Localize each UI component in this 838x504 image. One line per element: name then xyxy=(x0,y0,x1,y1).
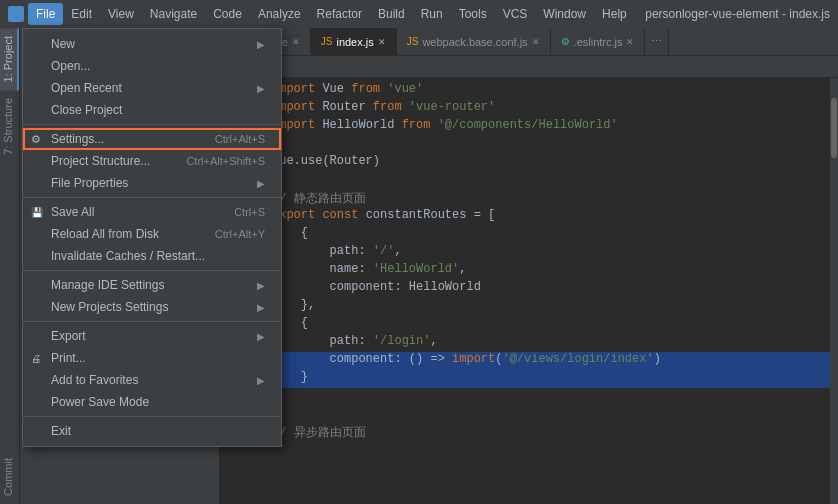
code-line-12: 12 component: HelloWorld xyxy=(220,280,830,298)
menu-item-label: Invalidate Caches / Restart... xyxy=(51,249,205,263)
tab-close-icon[interactable]: ✕ xyxy=(626,37,634,47)
code-line-6: 6 xyxy=(220,172,830,190)
menu-run[interactable]: Run xyxy=(413,3,451,25)
side-tabs: 1: Project 7: Structure Commit xyxy=(0,28,20,504)
code-line-18: 18 ] xyxy=(220,388,830,406)
menu-item-label: Open... xyxy=(51,59,90,73)
code-line-17: 17 } xyxy=(220,370,830,388)
menu-help[interactable]: Help xyxy=(594,3,635,25)
menu-item-label: Save All xyxy=(51,205,94,219)
menu-item-label: New xyxy=(51,37,75,51)
code-line-9: 9 { xyxy=(220,226,830,244)
menu-analyze[interactable]: Analyze xyxy=(250,3,309,25)
tab-close-icon[interactable]: ✕ xyxy=(292,37,300,47)
separator xyxy=(23,416,281,417)
menu-file[interactable]: File xyxy=(28,3,63,25)
menu-item-power-save[interactable]: Power Save Mode xyxy=(23,391,281,413)
code-line-15: 15 path: '/login', xyxy=(220,334,830,352)
shortcut-label: Ctrl+S xyxy=(214,206,265,218)
menu-item-project-structure[interactable]: Project Structure... Ctrl+Alt+Shift+S xyxy=(23,150,281,172)
menu-item-open[interactable]: Open... xyxy=(23,55,281,77)
tab-index-js[interactable]: JS index.js ✕ xyxy=(311,28,397,55)
menu-item-exit[interactable]: Exit xyxy=(23,420,281,442)
code-container: 1 import Vue from 'vue' 2 import Router … xyxy=(220,78,838,504)
menu-bar: File Edit View Navigate Code Analyze Ref… xyxy=(8,3,635,25)
menu-code[interactable]: Code xyxy=(205,3,250,25)
menu-item-settings[interactable]: ⚙ Settings... Ctrl+Alt+S xyxy=(23,128,281,150)
tab-label: .eslintrc.js xyxy=(574,36,623,48)
tab-bar: V index.vue ✕ JS index.js ✕ JS webpack.b… xyxy=(220,28,838,56)
js-icon: JS xyxy=(407,36,419,47)
save-icon: 💾 xyxy=(31,207,43,218)
print-icon: 🖨 xyxy=(31,353,41,364)
menu-item-label: Settings... xyxy=(51,132,104,146)
shortcut-label: Ctrl+Alt+Shift+S xyxy=(166,155,265,167)
tab-label: webpack.base.conf.js xyxy=(422,36,527,48)
menu-item-label: Reload All from Disk xyxy=(51,227,159,241)
more-tabs-icon: ⋯ xyxy=(651,35,662,48)
code-line-8: 8 ▾ export const constantRoutes = [ xyxy=(220,208,830,226)
file-menu-dropdown: New ▶ Open... Open Recent ▶ Close Projec… xyxy=(22,28,282,447)
vertical-scrollbar[interactable] xyxy=(830,78,838,504)
scrollbar-thumb[interactable] xyxy=(831,98,837,158)
separator xyxy=(23,270,281,271)
menu-window[interactable]: Window xyxy=(535,3,594,25)
submenu-arrow: ▶ xyxy=(257,331,265,342)
submenu-arrow: ▶ xyxy=(257,375,265,386)
menu-view[interactable]: View xyxy=(100,3,142,25)
menu-item-label: File Properties xyxy=(51,176,128,190)
code-line-11: 11 name: 'HelloWorld', xyxy=(220,262,830,280)
shortcut-label: Ctrl+Alt+S xyxy=(195,133,265,145)
menu-item-export[interactable]: Export ▶ xyxy=(23,325,281,347)
menu-item-reload[interactable]: Reload All from Disk Ctrl+Alt+Y xyxy=(23,223,281,245)
menu-item-label: Print... xyxy=(51,351,86,365)
window-title: personloger-vue-element - index.js xyxy=(645,7,830,21)
side-tab-commit[interactable]: Commit xyxy=(0,450,19,504)
side-tab-structure[interactable]: 7: Structure xyxy=(0,90,19,163)
menu-tools[interactable]: Tools xyxy=(451,3,495,25)
editor-breadcrumb: src\Sel xyxy=(220,56,838,78)
menu-item-close-project[interactable]: Close Project xyxy=(23,99,281,121)
separator xyxy=(23,197,281,198)
tab-close-icon[interactable]: ✕ xyxy=(532,37,540,47)
code-area[interactable]: 1 import Vue from 'vue' 2 import Router … xyxy=(220,78,830,504)
submenu-arrow: ▶ xyxy=(257,280,265,291)
code-line-7: 7 // 静态路由页面 xyxy=(220,190,830,208)
code-line-1: 1 import Vue from 'vue' xyxy=(220,82,830,100)
dropdown-menu: New ▶ Open... Open Recent ▶ Close Projec… xyxy=(22,28,282,447)
side-tab-project[interactable]: 1: Project xyxy=(0,28,19,90)
menu-item-new-projects[interactable]: New Projects Settings ▶ xyxy=(23,296,281,318)
tab-eslintrc[interactable]: ⚙ .eslintrc.js ✕ xyxy=(551,28,646,55)
menu-item-file-properties[interactable]: File Properties ▶ xyxy=(23,172,281,194)
code-line-4: 4 xyxy=(220,136,830,154)
tab-label: index.js xyxy=(336,36,373,48)
menu-navigate[interactable]: Navigate xyxy=(142,3,205,25)
menu-item-label: Export xyxy=(51,329,86,343)
code-line-19: 19 xyxy=(220,406,830,424)
menu-item-label: Project Structure... xyxy=(51,154,150,168)
menu-vcs[interactable]: VCS xyxy=(495,3,536,25)
title-bar: File Edit View Navigate Code Analyze Ref… xyxy=(0,0,838,28)
menu-item-label: New Projects Settings xyxy=(51,300,168,314)
menu-item-invalidate[interactable]: Invalidate Caches / Restart... xyxy=(23,245,281,267)
menu-edit[interactable]: Edit xyxy=(63,3,100,25)
menu-item-add-favorites[interactable]: Add to Favorites ▶ xyxy=(23,369,281,391)
code-line-3: 3 ▾ import HelloWorld from '@/components… xyxy=(220,118,830,136)
code-line-5: 5 Vue.use(Router) xyxy=(220,154,830,172)
menu-item-manage-ide[interactable]: Manage IDE Settings ▶ xyxy=(23,274,281,296)
js-icon: JS xyxy=(321,36,333,47)
tab-more[interactable]: ⋯ xyxy=(645,28,669,55)
tab-webpack[interactable]: JS webpack.base.conf.js ✕ xyxy=(397,28,551,55)
submenu-arrow: ▶ xyxy=(257,178,265,189)
menu-item-open-recent[interactable]: Open Recent ▶ xyxy=(23,77,281,99)
menu-item-new[interactable]: New ▶ xyxy=(23,33,281,55)
separator xyxy=(23,124,281,125)
menu-refactor[interactable]: Refactor xyxy=(309,3,370,25)
menu-build[interactable]: Build xyxy=(370,3,413,25)
submenu-arrow: ▶ xyxy=(257,302,265,313)
tab-close-icon[interactable]: ✕ xyxy=(378,37,386,47)
shortcut-label: Ctrl+Alt+Y xyxy=(195,228,265,240)
submenu-arrow: ▶ xyxy=(257,39,265,50)
menu-item-print[interactable]: 🖨 Print... xyxy=(23,347,281,369)
menu-item-save-all[interactable]: 💾 Save All Ctrl+S xyxy=(23,201,281,223)
